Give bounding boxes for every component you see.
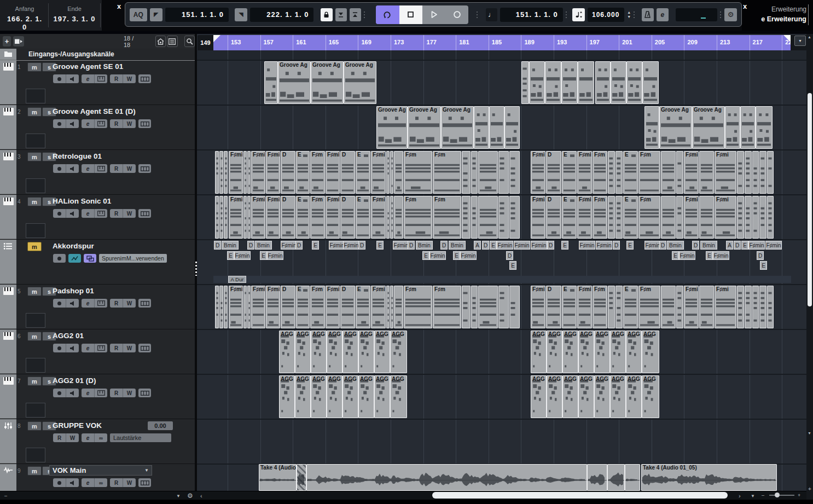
midi-clip[interactable]: F♯mi bbox=[531, 286, 545, 328]
midi-clip[interactable]: F♯mi bbox=[577, 286, 592, 328]
midi-clip[interactable]: D bbox=[281, 151, 295, 194]
chord-event[interactable]: F♯min bbox=[748, 241, 765, 250]
midi-clip[interactable] bbox=[509, 286, 520, 328]
chord-event[interactable]: F♯min bbox=[393, 241, 409, 250]
midi-clip[interactable] bbox=[699, 196, 714, 239]
midi-clip[interactable] bbox=[615, 151, 623, 194]
write-automation-button[interactable]: W bbox=[123, 119, 136, 128]
channel-strip-button[interactable] bbox=[138, 344, 151, 352]
midi-clip[interactable]: E bbox=[296, 151, 310, 194]
zoom-in-button[interactable]: + bbox=[798, 493, 800, 498]
chord-event[interactable]: D bbox=[659, 241, 666, 250]
midi-clip[interactable] bbox=[699, 151, 714, 194]
audio-clip[interactable]: Take 4 (Audio 01_05) bbox=[641, 464, 777, 491]
audio-clip[interactable] bbox=[587, 464, 607, 491]
chord-event[interactable]: F♯min bbox=[514, 241, 530, 250]
edit-channel-button[interactable]: e bbox=[82, 344, 95, 352]
left-locator-value[interactable]: 151. 1. 1. 0 bbox=[165, 8, 229, 22]
section-grip[interactable] bbox=[364, 8, 366, 22]
midi-clip[interactable]: F♯m bbox=[638, 196, 660, 239]
vertical-scroll-thumb[interactable] bbox=[808, 93, 812, 306]
mute-button[interactable]: m bbox=[27, 287, 42, 296]
midi-clip[interactable]: AGG bbox=[358, 331, 374, 373]
midi-clip[interactable]: AGG bbox=[626, 375, 642, 418]
track-name[interactable]: GRUPPE VOK bbox=[53, 421, 102, 430]
write-automation-button[interactable]: W bbox=[123, 344, 136, 352]
track-name[interactable]: Retrologue 01 bbox=[53, 152, 102, 160]
midi-clip[interactable]: AGG bbox=[374, 331, 390, 373]
track-row-agg2-01-d-[interactable]: 7m sAGG2 01 (D) e RW bbox=[0, 374, 195, 419]
edit-channel-button[interactable]: e bbox=[82, 299, 95, 308]
midi-clip[interactable]: F♯m bbox=[638, 151, 660, 194]
chord-event[interactable]: F♯min bbox=[267, 251, 283, 260]
timeline-ruler[interactable]: 1531571611651691731771811851891931972012… bbox=[213, 35, 791, 50]
midi-clip[interactable]: F♯mi bbox=[251, 151, 265, 194]
midi-clip[interactable]: D bbox=[546, 286, 561, 328]
chord-event[interactable]: F♯min bbox=[234, 251, 251, 260]
midi-clip[interactable]: E bbox=[296, 196, 310, 239]
midi-clip[interactable] bbox=[394, 151, 403, 194]
midi-clip[interactable]: F♯m bbox=[310, 286, 325, 328]
midi-clip[interactable]: F♯mi bbox=[229, 151, 243, 194]
record-enable-button[interactable] bbox=[53, 74, 66, 83]
midi-clip[interactable]: F♯mi bbox=[715, 151, 736, 194]
track-visibility-agent-icon[interactable] bbox=[155, 36, 166, 47]
record-enable-button[interactable] bbox=[53, 164, 66, 173]
chord-event[interactable]: F♯min bbox=[765, 241, 782, 250]
write-automation-button[interactable]: W bbox=[123, 74, 136, 83]
track-row-padshop-01[interactable]: 5m sPadshop 01 e RW bbox=[0, 285, 195, 329]
midi-clip[interactable] bbox=[386, 151, 390, 194]
midi-clip[interactable] bbox=[608, 196, 615, 239]
scroll-right-icon[interactable]: › bbox=[739, 493, 741, 499]
add-track-button[interactable]: + bbox=[3, 36, 11, 47]
midi-clip[interactable]: E bbox=[623, 196, 638, 239]
channel-strip-button[interactable] bbox=[138, 389, 151, 397]
midi-clip[interactable]: F♯m bbox=[404, 196, 432, 239]
open-instrument-button[interactable] bbox=[95, 299, 107, 308]
midi-clip[interactable] bbox=[740, 106, 756, 149]
tempo-spinner[interactable]: ▲▼ bbox=[627, 10, 631, 19]
midi-clip[interactable] bbox=[394, 196, 403, 239]
track-name[interactable]: AGG2 01 (D) bbox=[53, 376, 96, 385]
midi-clip[interactable] bbox=[756, 106, 773, 149]
volume-value[interactable]: 0.00 bbox=[148, 421, 173, 430]
midi-clip[interactable]: AGG bbox=[327, 375, 342, 418]
chord-event[interactable]: F♯min bbox=[679, 251, 695, 260]
chord-event[interactable]: Bmin bbox=[667, 241, 684, 250]
io-channels-row[interactable]: Eingangs-/Ausgangskanäle bbox=[0, 49, 195, 61]
monitor-button[interactable] bbox=[66, 209, 79, 218]
midi-clip[interactable]: F♯mi bbox=[251, 196, 265, 239]
time-format-note-icon[interactable]: ♩ bbox=[486, 8, 497, 21]
midi-clip[interactable] bbox=[243, 286, 247, 328]
midi-clip[interactable] bbox=[394, 286, 403, 328]
midi-clip[interactable]: F♯mi bbox=[531, 196, 545, 239]
midi-clip[interactable]: AGG bbox=[311, 331, 327, 373]
monitor-button[interactable] bbox=[66, 74, 79, 83]
show-scales-button[interactable] bbox=[84, 254, 96, 263]
midi-clip[interactable]: Groove Ag bbox=[441, 106, 474, 149]
midi-clip[interactable]: F♯mi bbox=[371, 196, 386, 239]
midi-clip[interactable]: E bbox=[562, 151, 577, 194]
track-row-retrologue-01[interactable]: 3m sRetrologue 01 e RW bbox=[0, 150, 195, 195]
track-name[interactable]: HALion Sonic 01 bbox=[53, 197, 111, 205]
open-instrument-button[interactable] bbox=[95, 74, 107, 83]
midi-clip[interactable]: E bbox=[562, 196, 577, 239]
chord-event[interactable]: D bbox=[440, 241, 448, 250]
midi-clip[interactable] bbox=[219, 286, 223, 328]
scroll-down-icon[interactable]: ▼ bbox=[808, 431, 811, 435]
left-locator-flag[interactable] bbox=[213, 35, 220, 42]
punch-out-icon[interactable] bbox=[350, 8, 361, 21]
chord-event[interactable]: E bbox=[741, 241, 748, 250]
midi-clip[interactable] bbox=[561, 61, 578, 104]
chord-event[interactable]: E bbox=[706, 251, 713, 260]
edit-channel-button[interactable]: e bbox=[82, 164, 95, 173]
audio-clip[interactable] bbox=[297, 464, 306, 491]
open-instrument-button[interactable] bbox=[95, 344, 107, 352]
scroll-up-icon[interactable]: ▲ bbox=[808, 35, 811, 39]
read-automation-button[interactable]: R bbox=[110, 478, 123, 487]
track-list-filter-icon[interactable] bbox=[167, 36, 177, 47]
track-name[interactable]: Groove Agent SE 01 bbox=[53, 62, 123, 71]
track-row-groove-agent-se-01[interactable]: 1m sGroove Agent SE 01 e RW bbox=[0, 60, 195, 105]
midi-clip[interactable]: D bbox=[546, 196, 561, 239]
midi-clip[interactable] bbox=[390, 151, 393, 194]
